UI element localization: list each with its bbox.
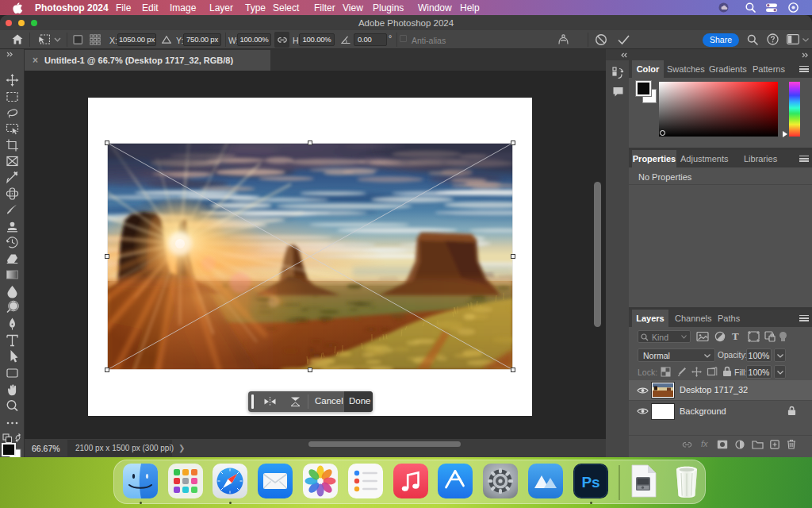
- svg-text:Ps: Ps: [581, 474, 599, 491]
